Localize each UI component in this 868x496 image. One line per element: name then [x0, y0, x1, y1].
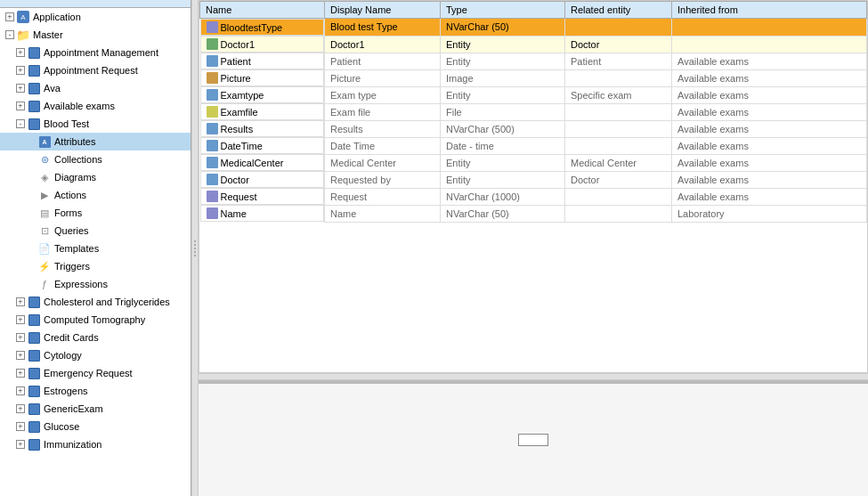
sidebar-item-label: Templates — [54, 243, 99, 254]
row-name: DateTime — [221, 141, 263, 151]
inherited-from-cell: Available exams — [672, 103, 867, 120]
templates-icon: 📄 — [37, 241, 52, 256]
entity-icon — [27, 117, 41, 131]
table-row[interactable]: DoctorRequested byEntityDoctorAvailable … — [200, 171, 867, 188]
entity-icon — [27, 366, 41, 380]
sidebar-item-queries[interactable]: ⊡Queries — [0, 222, 191, 240]
app-icon: A — [16, 10, 30, 24]
table-row[interactable]: NameNameNVarChar (50)Laboratory — [200, 205, 867, 222]
sidebar-item-label: Glucose — [44, 421, 79, 432]
sidebar-item-diagrams[interactable]: ◈Diagrams — [0, 168, 191, 186]
key-icon — [207, 21, 218, 33]
sidebar-item-label: Ava — [44, 83, 61, 94]
sidebar-item-label: Emergency Request — [44, 368, 133, 378]
entity-icon — [27, 330, 41, 345]
display-name-cell: Date Time — [325, 137, 441, 154]
type-cell: Image — [441, 69, 565, 86]
sidebar-item-appointment-mgmt[interactable]: +Appointment Management — [0, 44, 191, 61]
table-row[interactable]: DateTimeDate TimeDate - timeAvailable ex… — [200, 137, 867, 154]
display-name-cell: Results — [325, 120, 441, 137]
horizontal-splitter[interactable] — [199, 373, 868, 380]
display-name-cell: Blood test Type — [325, 19, 441, 37]
expand-icon: + — [14, 297, 27, 306]
display-name-cell: Patient — [325, 53, 441, 69]
sidebar-item-forms[interactable]: ▤Forms — [0, 204, 191, 222]
table-row[interactable]: BloodtestTypeBlood test TypeNVarChar (50… — [200, 19, 867, 37]
type-cell: Entity — [441, 53, 565, 69]
entity-icon — [27, 384, 41, 398]
attr-icon — [207, 89, 218, 101]
type-cell: Date - time — [441, 137, 565, 154]
sidebar-item-label: Blood Test — [44, 118, 89, 129]
sidebar-item-blood-test[interactable]: -Blood Test — [0, 115, 191, 133]
table-row[interactable]: Doctor1Doctor1EntityDoctor — [200, 36, 867, 53]
attr-icon — [207, 140, 218, 151]
expand-icon: + — [14, 66, 27, 75]
sidebar-item-appointment-req[interactable]: +Appointment Request — [0, 61, 191, 79]
table-row[interactable]: PicturePictureImageAvailable exams — [200, 69, 867, 86]
sidebar-item-credit-cards[interactable]: +Credit Cards — [0, 329, 191, 346]
entity-icon — [27, 419, 41, 434]
sidebar-item-estrogens[interactable]: +Estrogens — [0, 382, 191, 400]
sidebar-item-label: Diagrams — [54, 172, 96, 183]
related-entity-cell: Doctor — [565, 171, 672, 188]
row-name: Doctor — [221, 175, 249, 185]
row-name: BloodtestType — [221, 22, 283, 33]
queries-icon: ⊡ — [37, 224, 52, 238]
type-cell: Entity — [441, 86, 565, 103]
content-area: NameDisplay NameTypeRelated entityInheri… — [199, 0, 868, 496]
entity-icon — [27, 63, 41, 77]
expand-icon: - — [14, 119, 27, 128]
tree-container: +AApplication-📁Master+Appointment Manage… — [0, 8, 191, 453]
sidebar-item-application[interactable]: +AApplication — [0, 8, 191, 26]
sidebar-item-cytology[interactable]: +Cytology — [0, 346, 191, 364]
table-row[interactable]: ExamfileExam fileFileAvailable exams — [200, 103, 867, 120]
sidebar-item-generic-exam[interactable]: +GenericExam — [0, 400, 191, 418]
name-cell: Patient — [200, 53, 325, 69]
expand-icon: - — [4, 30, 16, 39]
sidebar-item-master[interactable]: -📁Master — [0, 26, 191, 44]
collections-icon: ⊚ — [37, 152, 52, 167]
inherited-from-cell: Available exams — [672, 188, 867, 205]
inherited-from-cell: Available exams — [672, 137, 867, 154]
actions-icon: ▶ — [37, 188, 52, 202]
name-cell: BloodtestType — [200, 19, 325, 36]
entity-icon — [27, 45, 41, 60]
sidebar-item-attributes[interactable]: AAttributes — [0, 133, 191, 150]
key-icon — [207, 191, 218, 202]
table-row[interactable]: MedicalCenterMedical CenterEntityMedical… — [200, 154, 867, 171]
table-row[interactable]: ExamtypeExam typeEntitySpecific examAvai… — [200, 86, 867, 103]
expand-icon: + — [14, 369, 27, 378]
vertical-splitter[interactable] — [191, 0, 199, 496]
name-cell: Picture — [200, 69, 325, 86]
display-name-cell: Exam file — [325, 103, 441, 120]
row-name: MedicalCenter — [221, 158, 284, 168]
sidebar-item-expressions[interactable]: ƒExpressions — [0, 275, 191, 293]
sidebar-item-cholesterol[interactable]: +Cholesterol and Triglycerides — [0, 293, 191, 311]
sidebar-item-computed[interactable]: +Computed Tomography — [0, 311, 191, 329]
name-cell: Request — [200, 188, 325, 205]
related-entity-cell: Doctor — [565, 36, 672, 53]
sidebar-item-triggers[interactable]: ⚡Triggers — [0, 257, 191, 275]
name-cell: Doctor1 — [200, 36, 325, 53]
sidebar-item-actions[interactable]: ▶Actions — [0, 186, 191, 204]
sidebar-item-collections[interactable]: ⊚Collections — [0, 150, 191, 168]
name-cell: Name — [200, 205, 325, 222]
display-name-cell: Request — [325, 188, 441, 205]
related-entity-cell: Medical Center — [565, 154, 672, 171]
top-section: NameDisplay NameTypeRelated entityInheri… — [199, 0, 868, 373]
triggers-icon: ⚡ — [37, 259, 52, 273]
table-row[interactable]: RequestRequestNVarChar (1000)Available e… — [200, 188, 867, 205]
table-row[interactable]: PatientPatientEntityPatientAvailable exa… — [200, 53, 867, 69]
sidebar-item-available-exams[interactable]: +Available exams — [0, 97, 191, 115]
sidebar-item-templates[interactable]: 📄Templates — [0, 240, 191, 257]
sidebar-item-ava[interactable]: +Ava — [0, 79, 191, 97]
table-row[interactable]: ResultsResultsNVarChar (500)Available ex… — [200, 120, 867, 137]
entity-icon — [27, 348, 41, 362]
sidebar-item-immunization[interactable]: +Immunization — [0, 435, 191, 453]
sidebar-item-glucose[interactable]: +Glucose — [0, 418, 191, 435]
row-name: Patient — [221, 56, 251, 67]
sidebar-item-emergency[interactable]: +Emergency Request — [0, 364, 191, 382]
attr-icon — [207, 55, 218, 67]
type-cell: NVarChar (50) — [441, 19, 565, 37]
